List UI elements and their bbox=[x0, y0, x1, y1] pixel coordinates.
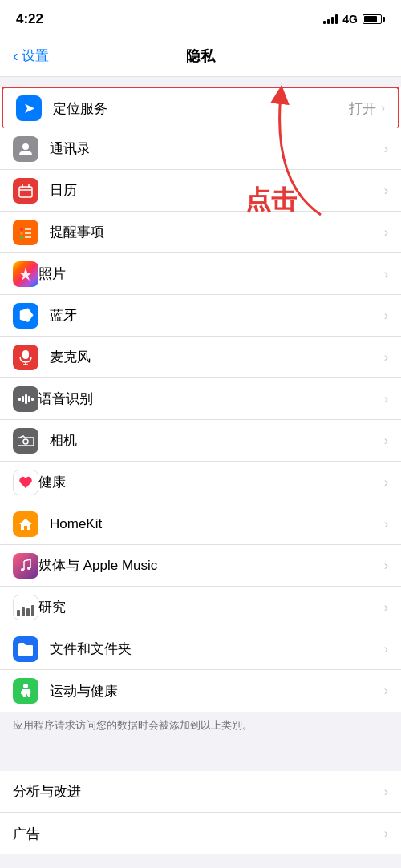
status-bar: 4:22 4G bbox=[0, 0, 401, 35]
svg-rect-17 bbox=[25, 394, 27, 404]
location-value: 打开 bbox=[349, 99, 376, 118]
reminders-icon bbox=[13, 220, 38, 245]
files-chevron-icon: › bbox=[384, 642, 388, 656]
svg-marker-11 bbox=[19, 268, 32, 281]
research-chevron-icon: › bbox=[384, 600, 388, 615]
photos-item[interactable]: 照片 › bbox=[0, 253, 401, 295]
files-label: 文件和文件夹 bbox=[50, 640, 384, 658]
status-time: 4:22 bbox=[16, 11, 43, 27]
bluetooth-chevron-icon: › bbox=[384, 309, 388, 323]
files-item[interactable]: 文件和文件夹 › bbox=[0, 628, 401, 670]
reminders-chevron-icon: › bbox=[384, 225, 388, 240]
svg-point-5 bbox=[20, 228, 23, 231]
signal-icon bbox=[323, 14, 338, 24]
battery-icon bbox=[363, 14, 385, 24]
contacts-icon bbox=[13, 136, 38, 162]
photos-label: 照片 bbox=[38, 264, 384, 283]
location-label: 定位服务 bbox=[53, 99, 349, 118]
content-area: ➤ 定位服务 打开 › 点击 bbox=[0, 77, 401, 854]
analytics-label: 分析与改进 bbox=[13, 782, 384, 801]
bluetooth-label: 蓝牙 bbox=[50, 306, 384, 325]
calendar-label: 日历 bbox=[50, 181, 384, 200]
speech-chevron-icon: › bbox=[384, 392, 388, 406]
svg-rect-16 bbox=[22, 396, 24, 402]
svg-point-20 bbox=[23, 439, 28, 444]
media-item[interactable]: 媒体与 Apple Music › bbox=[0, 545, 401, 587]
svg-rect-19 bbox=[31, 398, 34, 401]
location-section: ➤ 定位服务 打开 › bbox=[0, 87, 401, 128]
svg-point-7 bbox=[20, 236, 23, 239]
calendar-chevron-icon: › bbox=[384, 184, 388, 198]
svg-rect-18 bbox=[28, 396, 30, 402]
back-button[interactable]: ‹ 设置 bbox=[13, 46, 49, 65]
svg-rect-12 bbox=[22, 350, 29, 359]
health-chevron-icon: › bbox=[384, 475, 388, 490]
health-label: 健康 bbox=[38, 473, 384, 491]
homekit-icon bbox=[13, 511, 38, 537]
calendar-icon bbox=[13, 178, 38, 204]
calendar-item[interactable]: 日历 › bbox=[0, 170, 401, 212]
svg-rect-1 bbox=[19, 187, 32, 197]
files-icon bbox=[13, 636, 38, 662]
speech-icon bbox=[13, 386, 38, 412]
svg-point-24 bbox=[23, 684, 28, 688]
bluetooth-icon: ⭓ bbox=[13, 303, 38, 329]
back-label: 设置 bbox=[22, 46, 49, 65]
section-divider bbox=[0, 742, 401, 771]
svg-line-23 bbox=[24, 559, 30, 561]
camera-item[interactable]: 相机 › bbox=[0, 420, 401, 462]
privacy-list: 通讯录 › 日历 › bbox=[0, 128, 401, 712]
camera-chevron-icon: › bbox=[384, 434, 388, 448]
fitness-item[interactable]: 运动与健康 › bbox=[0, 670, 401, 712]
microphone-label: 麦克风 bbox=[50, 348, 384, 366]
reminders-label: 提醒事项 bbox=[50, 223, 384, 241]
ads-label: 广告 bbox=[13, 825, 384, 843]
ads-chevron-icon: › bbox=[384, 826, 388, 841]
microphone-chevron-icon: › bbox=[384, 350, 388, 365]
back-chevron-icon: ‹ bbox=[13, 46, 18, 65]
homekit-item[interactable]: HomeKit › bbox=[0, 503, 401, 545]
page-title: 隐私 bbox=[186, 46, 215, 66]
speech-label: 语音识别 bbox=[38, 390, 384, 408]
microphone-icon bbox=[13, 345, 38, 370]
contacts-label: 通讯录 bbox=[50, 139, 384, 158]
music-icon bbox=[13, 553, 38, 579]
homekit-chevron-icon: › bbox=[384, 517, 388, 531]
fitness-chevron-icon: › bbox=[384, 684, 388, 698]
network-type: 4G bbox=[342, 13, 358, 26]
fitness-icon bbox=[13, 678, 38, 704]
svg-rect-15 bbox=[18, 398, 21, 401]
photos-icon bbox=[13, 261, 38, 287]
fitness-label: 运动与健康 bbox=[50, 682, 384, 700]
health-item[interactable]: 健康 › bbox=[0, 462, 401, 503]
homekit-label: HomeKit bbox=[50, 516, 384, 532]
svg-point-6 bbox=[20, 232, 23, 235]
camera-label: 相机 bbox=[50, 431, 384, 450]
photos-chevron-icon: › bbox=[384, 267, 388, 281]
research-item[interactable]: 研究 › bbox=[0, 587, 401, 628]
footer-note: 应用程序请求访问您的数据时会被添加到以上类别。 bbox=[0, 712, 401, 742]
analytics-chevron-icon: › bbox=[384, 785, 388, 799]
location-chevron-icon: › bbox=[381, 101, 385, 115]
ads-item[interactable]: 广告 › bbox=[0, 813, 401, 854]
analytics-item[interactable]: 分析与改进 › bbox=[0, 771, 401, 813]
contacts-chevron-icon: › bbox=[384, 142, 388, 156]
camera-icon bbox=[13, 428, 38, 454]
contacts-item[interactable]: 通讯录 › bbox=[0, 128, 401, 170]
research-label: 研究 bbox=[38, 598, 384, 616]
health-icon bbox=[13, 470, 38, 495]
media-label: 媒体与 Apple Music bbox=[38, 556, 384, 575]
status-icons: 4G bbox=[323, 13, 385, 26]
location-icon: ➤ bbox=[16, 95, 42, 121]
media-chevron-icon: › bbox=[384, 559, 388, 573]
location-services-item[interactable]: ➤ 定位服务 打开 › bbox=[2, 87, 399, 128]
reminders-item[interactable]: 提醒事项 › bbox=[0, 212, 401, 253]
svg-point-0 bbox=[22, 143, 29, 150]
location-section-wrapper: ➤ 定位服务 打开 › 点击 bbox=[0, 87, 401, 128]
bluetooth-item[interactable]: ⭓ 蓝牙 › bbox=[0, 295, 401, 337]
bottom-list: 分析与改进 › 广告 › bbox=[0, 771, 401, 854]
nav-bar: ‹ 设置 隐私 bbox=[0, 35, 401, 77]
research-icon bbox=[13, 595, 38, 620]
microphone-item[interactable]: 麦克风 › bbox=[0, 337, 401, 378]
speech-item[interactable]: 语音识别 › bbox=[0, 378, 401, 420]
